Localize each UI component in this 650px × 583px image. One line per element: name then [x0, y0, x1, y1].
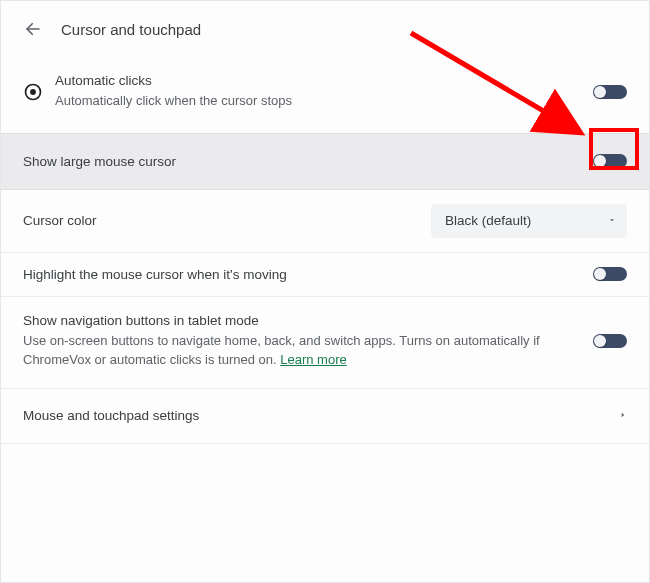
chevron-right-icon — [619, 407, 627, 425]
highlight-moving-label: Highlight the mouse cursor when it's mov… — [23, 267, 581, 282]
automatic-clicks-label: Automatic clicks — [55, 73, 581, 88]
large-cursor-toggle[interactable] — [593, 154, 627, 168]
header: Cursor and touchpad — [1, 1, 649, 51]
cursor-color-label: Cursor color — [23, 213, 419, 228]
large-cursor-label: Show large mouse cursor — [23, 154, 581, 169]
automatic-clicks-sublabel: Automatically click when the cursor stop… — [55, 91, 581, 111]
mouse-touchpad-label: Mouse and touchpad settings — [23, 408, 607, 423]
learn-more-link[interactable]: Learn more — [280, 352, 346, 367]
cursor-color-select[interactable]: Black (default) — [431, 204, 627, 238]
row-large-cursor: Show large mouse cursor — [1, 133, 649, 190]
nav-buttons-toggle[interactable] — [593, 334, 627, 348]
target-icon — [23, 82, 43, 102]
chevron-down-icon — [607, 213, 617, 228]
highlight-moving-toggle[interactable] — [593, 267, 627, 281]
row-nav-buttons: Show navigation buttons in tablet mode U… — [1, 297, 649, 389]
nav-buttons-label: Show navigation buttons in tablet mode — [23, 313, 581, 328]
cursor-color-value: Black (default) — [445, 213, 531, 228]
row-mouse-touchpad[interactable]: Mouse and touchpad settings — [1, 389, 649, 444]
arrow-left-icon — [24, 20, 42, 38]
svg-point-2 — [30, 89, 36, 95]
row-cursor-color: Cursor color Black (default) — [1, 190, 649, 253]
nav-buttons-sublabel: Use on-screen buttons to navigate home, … — [23, 331, 581, 370]
page-title: Cursor and touchpad — [61, 21, 201, 38]
automatic-clicks-toggle[interactable] — [593, 85, 627, 99]
row-highlight-moving: Highlight the mouse cursor when it's mov… — [1, 253, 649, 297]
back-button[interactable] — [23, 19, 43, 39]
row-automatic-clicks: Automatic clicks Automatically click whe… — [1, 51, 649, 133]
